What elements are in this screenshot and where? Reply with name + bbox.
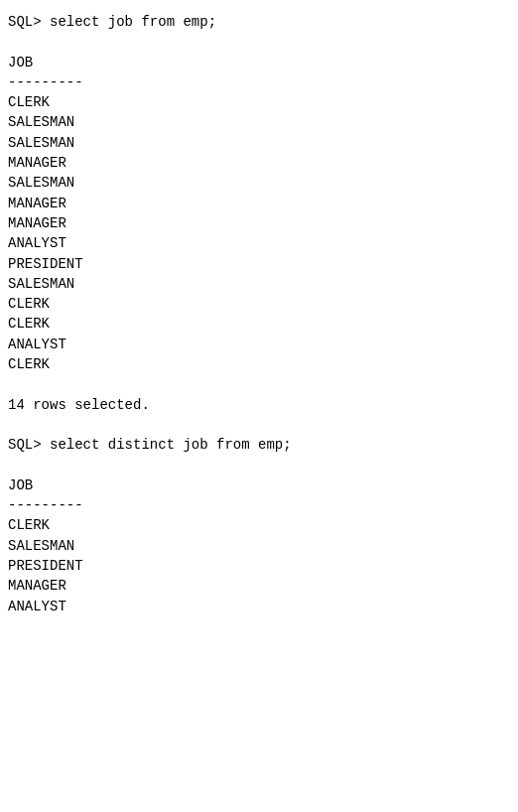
- rows-selected: 14 rows selected.: [8, 397, 150, 413]
- row1-2: SALESMAN: [8, 135, 74, 151]
- row1-11: CLERK: [8, 316, 50, 332]
- row1-0: CLERK: [8, 94, 50, 110]
- terminal-output: SQL> select job from emp; JOB --------- …: [8, 12, 510, 616]
- row1-9: SALESMAN: [8, 276, 74, 292]
- row1-4: SALESMAN: [8, 175, 74, 191]
- row1-10: CLERK: [8, 296, 50, 312]
- row2-3: MANAGER: [8, 578, 66, 594]
- col-divider2: ---------: [8, 497, 83, 513]
- col-header2: JOB: [8, 477, 33, 493]
- col-header1: JOB: [8, 55, 33, 70]
- row1-13: CLERK: [8, 356, 50, 372]
- row1-1: SALESMAN: [8, 114, 74, 130]
- row1-3: MANAGER: [8, 155, 66, 171]
- row1-5: MANAGER: [8, 196, 66, 211]
- row2-2: PRESIDENT: [8, 558, 83, 574]
- col-divider1: ---------: [8, 74, 83, 90]
- row2-0: CLERK: [8, 517, 50, 533]
- row1-7: ANALYST: [8, 235, 66, 251]
- query1: SQL> select job from emp;: [8, 14, 216, 30]
- terminal-block1: [8, 616, 510, 636]
- row1-12: ANALYST: [8, 337, 66, 352]
- row2-1: SALESMAN: [8, 538, 74, 554]
- row1-6: MANAGER: [8, 215, 66, 231]
- row2-4: ANALYST: [8, 599, 66, 614]
- row1-8: PRESIDENT: [8, 256, 83, 272]
- query2: SQL> select distinct job from emp;: [8, 437, 292, 453]
